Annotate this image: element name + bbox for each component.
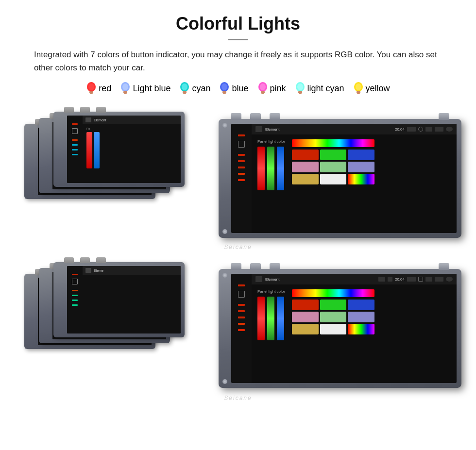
main-screen-top: Element 20:04 Panel light color [231, 124, 457, 233]
svg-rect-24 [299, 93, 302, 94]
device-b1: Eleme [53, 262, 185, 337]
svg-point-4 [87, 82, 96, 92]
color-label-red: red [99, 83, 111, 94]
svg-point-22 [297, 83, 303, 90]
color-indicators-row: red Light blue cyan [19, 81, 457, 96]
title-divider [228, 39, 248, 40]
page-title: Colorful Lights [19, 14, 457, 34]
color-item-red: red [86, 81, 111, 96]
bulb-icon-blue [219, 81, 230, 96]
svg-point-10 [182, 83, 187, 90]
color-label-cyan: cyan [192, 83, 210, 94]
bulb-icon-pink [257, 81, 268, 96]
svg-rect-16 [223, 93, 226, 94]
color-item-blue: blue [219, 81, 248, 96]
bulb-icon-red [86, 81, 97, 96]
bulb-icon-lightblue [120, 81, 131, 96]
bulb-icon-lightcyan [295, 81, 306, 96]
main-device-bottom: Element 20:04 Panel lig [219, 269, 461, 388]
svg-rect-27 [357, 91, 360, 93]
color-item-lightblue: Light blue [120, 81, 170, 96]
color-item-cyan: cyan [179, 81, 210, 96]
bulb-icon-yellow [353, 81, 364, 96]
element-label-top: Element [265, 127, 279, 132]
svg-rect-8 [124, 93, 127, 94]
panel-label-top: Panel light color [257, 139, 285, 144]
color-label-lightblue: Light blue [133, 83, 170, 94]
color-label-lightcyan: light cyan [307, 83, 344, 94]
color-label-blue: blue [232, 83, 248, 94]
time-display-top: 20:04 [395, 127, 405, 132]
bulb-icon-cyan [179, 81, 190, 96]
svg-point-14 [221, 83, 227, 90]
svg-rect-11 [183, 91, 187, 93]
watermark-top: Seicane [224, 244, 252, 250]
device-stack-1: Element Pa [53, 112, 185, 187]
screen-1: Element Pa [67, 116, 181, 183]
svg-point-26 [356, 83, 361, 90]
svg-rect-7 [123, 91, 127, 93]
description-text: Integrated with 7 colors of button indic… [29, 48, 447, 74]
svg-rect-19 [261, 91, 265, 93]
main-screen-bottom: Element 20:04 Panel lig [231, 274, 457, 383]
svg-rect-3 [90, 93, 93, 94]
color-item-yellow: yellow [353, 81, 390, 96]
color-item-pink: pink [257, 81, 286, 96]
svg-point-18 [260, 83, 266, 90]
svg-rect-28 [357, 93, 360, 94]
svg-rect-20 [261, 93, 264, 94]
svg-rect-15 [222, 91, 226, 93]
main-device-top: Element 20:04 Panel light color [219, 119, 461, 238]
bottom-device-group: Eleme Eleme [15, 260, 461, 403]
color-label-pink: pink [270, 83, 286, 94]
top-device-group: Element Pa [15, 109, 461, 252]
svg-rect-23 [298, 91, 302, 93]
svg-rect-12 [183, 93, 186, 94]
page-header: Colorful Lights Integrated with 7 colors… [0, 0, 476, 109]
watermark-bottom: Seicane [224, 395, 252, 401]
svg-point-6 [122, 83, 128, 90]
color-item-lightcyan: light cyan [295, 81, 344, 96]
color-label-yellow: yellow [366, 83, 390, 94]
